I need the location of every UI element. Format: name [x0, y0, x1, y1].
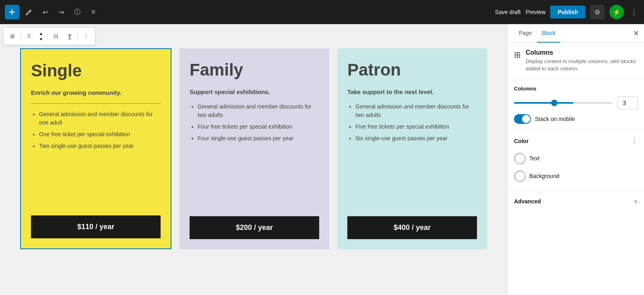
- text-align-button[interactable]: T: [63, 30, 76, 43]
- patron-price-button[interactable]: $400 / year: [347, 216, 477, 239]
- color-section-header: Color ⋮: [514, 137, 638, 145]
- text-color-swatch[interactable]: [514, 153, 525, 164]
- right-sidebar: Page Block ✕ ⊞ Columns Display content i…: [507, 24, 644, 295]
- columns-control-section: Columns Stack on mobile: [508, 79, 644, 131]
- list-item: Two single-use guest passes per year: [39, 142, 161, 150]
- toolbar-divider-1: [21, 31, 21, 41]
- block-description: Display content in multiple columns, wit…: [526, 58, 638, 72]
- svg-point-2: [515, 154, 525, 164]
- single-list: General admission and member discounts f…: [31, 110, 161, 150]
- content-area: ⊞ ⠿ ▲ ▼ ⊟ T ⋮ Single Enrich our growing …: [0, 24, 507, 295]
- toolbar-divider-2: [47, 31, 48, 41]
- single-divider: [31, 103, 161, 104]
- stack-on-mobile-row: Stack on mobile: [514, 114, 638, 124]
- plugin-icon: ⚡: [613, 8, 621, 16]
- family-price-button[interactable]: $200 / year: [190, 216, 319, 239]
- color-section-title: Color: [514, 138, 529, 144]
- toolbar-divider-3: [78, 31, 78, 41]
- chevron-down-icon: ∨: [634, 199, 638, 204]
- sidebar-tabs: Page Block ✕: [508, 24, 644, 43]
- background-color-swatch[interactable]: [514, 170, 525, 182]
- more-options-button[interactable]: ⋮: [629, 6, 639, 18]
- block-toolbar: ⊞ ⠿ ▲ ▼ ⊟ T ⋮: [3, 27, 95, 45]
- redo-icon[interactable]: ↪: [55, 6, 68, 18]
- columns-icon: ⊞: [514, 50, 521, 59]
- list-item: General admission and member discounts f…: [198, 102, 319, 119]
- info-icon[interactable]: ⓘ: [71, 6, 84, 18]
- patron-title: Patron: [347, 60, 477, 80]
- drag-handle[interactable]: ⠿: [23, 30, 35, 43]
- columns-slider[interactable]: [514, 102, 613, 104]
- advanced-label: Advanced: [514, 198, 541, 205]
- list-item: Four free tickets per special exhibition: [198, 123, 319, 131]
- block-type-section: ⊞ Columns Display content in multiple co…: [508, 43, 644, 79]
- color-section: Color ⋮ Text Background: [508, 131, 644, 192]
- list-item: Four single-use guest passes per year: [198, 134, 319, 143]
- single-price-wrapper: $110 / year: [31, 215, 161, 238]
- family-title: Family: [190, 60, 319, 80]
- add-block-button[interactable]: [5, 5, 19, 19]
- publish-button[interactable]: Publish: [550, 6, 585, 18]
- page-tab[interactable]: Page: [514, 24, 537, 43]
- block-type-header: ⊞ Columns Display content in multiple co…: [514, 49, 638, 72]
- patron-list: General admission and member discounts f…: [347, 102, 477, 143]
- family-subtitle: Support special exhibitions.: [190, 88, 319, 96]
- columns-block-icon[interactable]: ⊞: [6, 30, 19, 43]
- move-up-button[interactable]: ▲: [36, 31, 46, 36]
- single-title: Single: [31, 61, 161, 80]
- text-color-row: Text: [514, 150, 638, 167]
- block-more-button[interactable]: ⋮: [80, 30, 93, 43]
- undo-icon[interactable]: ↩: [39, 6, 52, 18]
- columns-control: [514, 96, 638, 109]
- align-button[interactable]: ⊟: [50, 30, 62, 43]
- stack-on-mobile-toggle[interactable]: [514, 114, 531, 124]
- family-list: General admission and member discounts f…: [190, 102, 319, 143]
- sidebar-close-button[interactable]: ✕: [633, 29, 639, 38]
- single-price-button[interactable]: $110 / year: [31, 215, 161, 238]
- main-layout: ⊞ ⠿ ▲ ▼ ⊟ T ⋮ Single Enrich our growing …: [0, 24, 644, 295]
- list-item: General admission and member discounts f…: [355, 102, 477, 119]
- block-info: Columns Display content in multiple colu…: [526, 49, 638, 72]
- patron-subtitle: Take support to the next level.: [347, 88, 477, 96]
- save-draft-button[interactable]: Save draft: [495, 9, 521, 15]
- edit-icon[interactable]: [23, 6, 35, 18]
- background-color-label: Background: [529, 173, 559, 179]
- list-item: Five free tickets per special exhibition: [355, 123, 477, 131]
- column-family: Family Support special exhibitions. Gene…: [180, 48, 329, 249]
- background-color-row: Background: [514, 167, 638, 185]
- columns-input[interactable]: [617, 96, 638, 109]
- list-view-icon[interactable]: ≡: [87, 6, 100, 18]
- gear-icon: ⚙: [594, 8, 600, 16]
- block-name: Columns: [526, 49, 638, 56]
- columns-label: Columns: [514, 86, 638, 92]
- color-more-button[interactable]: ⋮: [631, 137, 638, 145]
- toggle-knob: [522, 115, 530, 123]
- settings-button[interactable]: ⚙: [590, 5, 605, 19]
- columns-container: Single Enrich our growing community. Gen…: [0, 24, 507, 257]
- move-arrows: ▲ ▼: [36, 31, 46, 42]
- block-tab[interactable]: Block: [537, 24, 560, 43]
- column-patron: Patron Take support to the next level. G…: [337, 48, 487, 249]
- toolbar-right: Save draft Preview Publish ⚙ ⚡ ⋮: [495, 5, 639, 19]
- patron-price-wrapper: $400 / year: [347, 216, 477, 239]
- plugin-button[interactable]: ⚡: [609, 5, 624, 19]
- column-single: Single Enrich our growing community. Gen…: [20, 48, 171, 249]
- stack-on-mobile-label: Stack on mobile: [535, 116, 575, 122]
- single-subtitle: Enrich our growing community.: [31, 88, 161, 97]
- list-item: Six single-use guest passes per year: [355, 134, 477, 143]
- top-toolbar: ↩ ↪ ⓘ ≡ Save draft Preview Publish ⚙ ⚡ ⋮: [0, 0, 644, 24]
- move-down-button[interactable]: ▼: [36, 36, 46, 42]
- list-item: One free ticket per special exhibition: [39, 130, 161, 139]
- list-item: General admission and member discounts f…: [39, 110, 161, 127]
- advanced-section[interactable]: Advanced ∨: [508, 192, 644, 211]
- svg-point-3: [515, 171, 525, 182]
- family-price-wrapper: $200 / year: [190, 216, 319, 239]
- preview-button[interactable]: Preview: [526, 9, 546, 15]
- text-color-label: Text: [529, 155, 540, 162]
